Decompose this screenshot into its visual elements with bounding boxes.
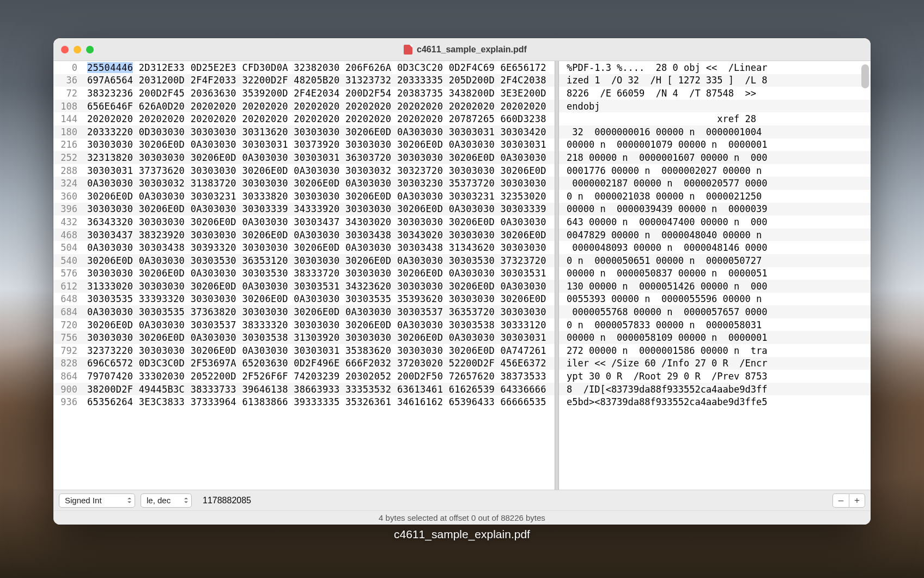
hex-row[interactable]: 57630303030 30206E0D 0A303030 30303530 3… [53,267,555,280]
hex-cell[interactable]: 30206E0D 0A303030 30303537 38333320 3030… [84,318,555,332]
hex-row[interactable]: 36030206E0D 0A303030 30303231 30333820 3… [53,190,555,203]
hex-row[interactable]: 21630303030 30206E0D 0A303030 30303031 3… [53,139,555,152]
hex-cell[interactable]: 65356264 3E3C3833 37333964 61383866 3933… [84,395,555,408]
hex-cell[interactable]: 36343320 30303030 30206E0D 0A303030 3030… [84,215,555,228]
hex-cell[interactable]: 0A303030 30303535 37363820 30303030 3020… [84,305,555,318]
ascii-row[interactable]: xref 28 [559,112,871,125]
ascii-cell[interactable]: 00000 n 0000050837 00000 n 0000051 [559,267,871,280]
ascii-row[interactable]: 0055393 00000 n 0000055596 00000 n [559,293,871,306]
hex-cell[interactable]: 696C6572 0D3C3C0D 2F53697A 65203630 0D2F… [84,357,555,370]
ascii-row[interactable]: e5bd><83739da88f933552ca4aabe9d3ffe5 [559,395,871,408]
minimize-icon[interactable] [74,46,81,53]
hex-row[interactable]: 54030206E0D 0A303030 30303530 36353120 3… [53,254,555,267]
ascii-row[interactable]: 32 0000000016 00000 n 0000001004 [559,125,871,139]
hex-cell[interactable]: 0A303030 30303438 30393320 30303030 3020… [84,241,555,254]
decrement-button[interactable]: – [832,493,849,508]
ascii-row[interactable]: 0000048093 00000 n 0000048146 0000 [559,241,871,254]
ascii-row[interactable]: ypt 30 0 R /Root 29 0 R /Prev 8753 [559,370,871,383]
hex-cell[interactable]: 38323236 200D2F45 20363630 3539200D 2F4E… [84,87,555,100]
hex-row[interactable]: 3240A303030 30303032 31383720 30303030 3… [53,177,555,190]
ascii-row[interactable]: 0000002187 00000 n 0000020577 0000 [559,177,871,190]
hex-row[interactable]: 64830303535 33393320 30303030 30206E0D 0… [53,293,555,306]
ascii-row[interactable]: 272 00000 n 0000001586 00000 n tra [559,344,871,357]
hex-cell[interactable]: 20333220 0D303030 30303030 30313620 3030… [84,125,555,139]
hex-row[interactable]: 28830303031 37373620 30303030 30206E0D 0… [53,164,555,177]
ascii-cell[interactable]: 0001776 00000 n 0000002027 00000 n [559,164,871,177]
hex-row[interactable]: 46830303437 38323920 30303030 30206E0D 0… [53,228,555,242]
ascii-cell[interactable]: 32 0000000016 00000 n 0000001004 [559,125,871,139]
ascii-cell[interactable]: 643 00000 n 0000047400 00000 n 000 [559,215,871,228]
ascii-cell[interactable]: ized 1 /O 32 /H [ 1272 335 ] /L 8 [559,74,871,87]
ascii-row[interactable]: 0047829 00000 n 0000048040 00000 n [559,228,871,242]
ascii-cell[interactable]: 0000048093 00000 n 0000048146 0000 [559,241,871,254]
ascii-row[interactable]: 00000 n 0000001079 00000 n 0000001 [559,139,871,152]
hex-row[interactable]: 108656E646F 626A0D20 20202020 20202020 2… [53,100,555,113]
endian-select[interactable]: le, dec [141,493,192,508]
ascii-cell[interactable]: 00000 n 0000058109 00000 n 0000001 [559,331,871,344]
hex-cell[interactable]: 30303030 30206E0D 0A303030 30303031 3037… [84,139,555,152]
ascii-cell[interactable]: 8 /ID[<83739da88f933552ca4aabe9d3ff [559,383,871,396]
hex-cell[interactable]: 20202020 20202020 20202020 20202020 2020… [84,112,555,125]
close-icon[interactable] [61,46,69,53]
ascii-row[interactable]: 8226 /E 66059 /N 4 /T 87548 >> [559,87,871,100]
ascii-row[interactable]: 0 n 0000050651 00000 n 0000050727 [559,254,871,267]
hex-cell[interactable]: 30303437 38323920 30303030 30206E0D 0A30… [84,228,555,242]
ascii-row[interactable]: %PDF-1.3 %.... 28 0 obj << /Linear [559,61,871,74]
hex-row[interactable]: 75630303030 30206E0D 0A303030 30303538 3… [53,331,555,344]
hex-cell[interactable]: 30303030 30206E0D 0A303030 30303538 3130… [84,331,555,344]
hex-cell[interactable]: 25504446 2D312E33 0D25E2E3 CFD30D0A 3238… [84,61,555,74]
hex-row[interactable]: 86479707420 33302030 2052200D 2F526F6F 7… [53,370,555,383]
ascii-cell[interactable]: 0000002187 00000 n 0000020577 0000 [559,177,871,190]
hex-cell[interactable]: 30303031 37373620 30303030 30206E0D 0A30… [84,164,555,177]
ascii-cell[interactable]: 272 00000 n 0000001586 00000 n tra [559,344,871,357]
hex-cell[interactable]: 32373220 30303030 30206E0D 0A303030 3030… [84,344,555,357]
ascii-cell[interactable]: 00000 n 0000039439 00000 n 0000039 [559,203,871,216]
ascii-row[interactable]: 00000 n 0000058109 00000 n 0000001 [559,331,871,344]
ascii-cell[interactable]: 0047829 00000 n 0000048040 00000 n [559,228,871,242]
titlebar[interactable]: c4611_sample_explain.pdf [53,38,871,61]
hex-row[interactable]: 79232373220 30303030 30206E0D 0A303030 3… [53,344,555,357]
ascii-cell[interactable]: 218 00000 n 0000001607 00000 n 000 [559,151,871,164]
ascii-cell[interactable]: xref 28 [559,112,871,125]
hex-row[interactable]: 93665356264 3E3C3833 37333964 61383866 3… [53,395,555,408]
ascii-cell[interactable]: e5bd><83739da88f933552ca4aabe9d3ffe5 [559,395,871,408]
hex-row[interactable]: 025504446 2D312E33 0D25E2E3 CFD30D0A 323… [53,61,555,74]
ascii-row[interactable]: 0 n 0000057833 00000 n 0000058031 [559,318,871,332]
ascii-cell[interactable]: 00000 n 0000001079 00000 n 0000001 [559,139,871,152]
hex-row[interactable]: 5040A303030 30303438 30393320 30303030 3… [53,241,555,254]
hex-cell[interactable]: 79707420 33302030 2052200D 2F526F6F 7420… [84,370,555,383]
ascii-cell[interactable]: 0055393 00000 n 0000055596 00000 n [559,293,871,306]
hex-row[interactable]: 14420202020 20202020 20202020 20202020 2… [53,112,555,125]
ascii-row[interactable]: 8 /ID[<83739da88f933552ca4aabe9d3ff [559,383,871,396]
ascii-row[interactable]: ized 1 /O 32 /H [ 1272 335 ] /L 8 [559,74,871,87]
hex-row[interactable]: 43236343320 30303030 30206E0D 0A303030 3… [53,215,555,228]
hex-row[interactable]: 18020333220 0D303030 30303030 30313620 3… [53,125,555,139]
ascii-row[interactable]: 0001776 00000 n 0000002027 00000 n [559,164,871,177]
hex-row[interactable]: 6840A303030 30303535 37363820 30303030 3… [53,305,555,318]
hex-cell[interactable]: 31333020 30303030 30206E0D 0A303030 3030… [84,280,555,293]
hex-cell[interactable]: 0A303030 30303032 31383720 30303030 3020… [84,177,555,190]
hex-row[interactable]: 90038200D2F 49445B3C 38333733 39646138 3… [53,383,555,396]
hex-row[interactable]: 72030206E0D 0A303030 30303537 38333320 3… [53,318,555,332]
hex-cell[interactable]: 30303535 33393320 30303030 30206E0D 0A30… [84,293,555,306]
ascii-pane[interactable]: %PDF-1.3 %.... 28 0 obj << /Linearized 1… [559,61,871,490]
ascii-cell[interactable]: 8226 /E 66059 /N 4 /T 87548 >> [559,87,871,100]
ascii-row[interactable]: 00000 n 0000050837 00000 n 0000051 [559,267,871,280]
hex-row[interactable]: 7238323236 200D2F45 20363630 3539200D 2F… [53,87,555,100]
hex-cell[interactable]: 30303030 30206E0D 0A303030 30303530 3833… [84,267,555,280]
hex-cell[interactable]: 30206E0D 0A303030 30303530 36353120 3030… [84,254,555,267]
ascii-cell[interactable]: %PDF-1.3 %.... 28 0 obj << /Linear [559,61,871,74]
format-select[interactable]: Signed Int [59,493,135,508]
hex-cell[interactable]: 30303030 30206E0D 0A303030 30303339 3433… [84,203,555,216]
hex-pane[interactable]: 025504446 2D312E33 0D25E2E3 CFD30D0A 323… [53,61,555,490]
ascii-row[interactable]: endobj [559,100,871,113]
ascii-row[interactable]: iler << /Size 60 /Info 27 0 R /Encr [559,357,871,370]
hex-row[interactable]: 61231333020 30303030 30206E0D 0A303030 3… [53,280,555,293]
ascii-cell[interactable]: 0000055768 00000 n 0000057657 0000 [559,305,871,318]
ascii-cell[interactable]: 130 00000 n 0000051426 00000 n 000 [559,280,871,293]
hex-row[interactable]: 828696C6572 0D3C3C0D 2F53697A 65203630 0… [53,357,555,370]
ascii-cell[interactable]: 0 n 0000057833 00000 n 0000058031 [559,318,871,332]
ascii-row[interactable]: 643 00000 n 0000047400 00000 n 000 [559,215,871,228]
ascii-row[interactable]: 0 n 0000021038 00000 n 0000021250 [559,190,871,203]
hex-cell[interactable]: 697A6564 2031200D 2F4F2033 32200D2F 4820… [84,74,555,87]
